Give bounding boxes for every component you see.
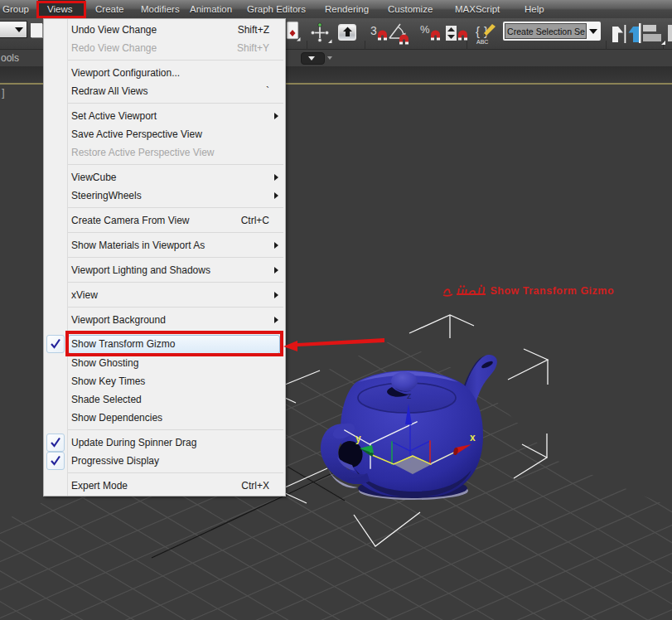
svg-text:%: % [420,23,430,36]
svg-text:ABC: ABC [476,39,488,45]
svg-text:{: { [476,24,480,38]
svg-text:y: y [355,433,361,444]
svg-text:z: z [407,390,412,400]
svg-text:3: 3 [370,24,377,37]
svg-text:Create Selection Se: Create Selection Se [507,27,585,36]
svg-text:x: x [470,432,476,443]
